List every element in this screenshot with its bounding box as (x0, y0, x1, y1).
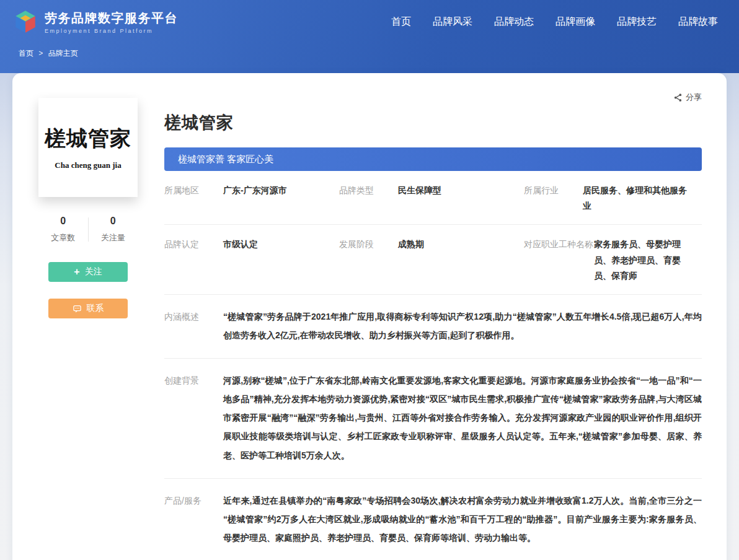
field-brand-type: 品牌类型 民生保障型 (339, 183, 524, 214)
top-header-area: 劳务品牌数字服务平台 Employment Brand Platform 首页 … (0, 0, 739, 73)
field-stage-value: 成熟期 (398, 237, 424, 252)
section-overview-label: 内涵概述 (164, 307, 223, 344)
section-overview: 内涵概述 “槎城管家”劳务品牌于2021年推广应用,取得商标专利等知识产权12项… (164, 295, 702, 359)
stat-articles-value: 0 (38, 216, 88, 227)
section-background-label: 创建背景 (164, 371, 223, 464)
field-certification-label: 品牌认定 (164, 237, 223, 252)
follow-button[interactable]: + 关注 (48, 262, 128, 282)
breadcrumb: 首页 > 品牌主页 (0, 43, 739, 59)
nav-home[interactable]: 首页 (391, 15, 411, 28)
field-certification: 品牌认定 市级认定 (164, 237, 339, 284)
chat-icon (73, 304, 82, 313)
field-occupations-label: 对应职业工种名称 (524, 237, 594, 252)
stat-followers-value: 0 (89, 216, 138, 227)
field-brand-type-value: 民生保障型 (398, 183, 441, 198)
share-button[interactable]: 分享 (673, 92, 702, 103)
platform-logo-icon (12, 9, 38, 35)
brand-logo-image: 槎城管家 Cha cheng guan jia (38, 98, 138, 197)
platform-brand-text: 劳务品牌数字服务平台 Employment Brand Platform (45, 10, 178, 34)
brand-profile-card: 槎城管家 Cha cheng guan jia 0 文章数 0 关注量 + 关注 (12, 73, 727, 560)
field-region-value: 广东-广东河源市 (223, 183, 287, 198)
field-stage-label: 发展阶段 (339, 237, 398, 252)
field-region-label: 所属地区 (164, 183, 223, 198)
section-background-text: 河源,别称“槎城”,位于广东省东北部,岭南文化重要发源地,客家文化重要起源地。河… (223, 371, 702, 464)
section-products-label: 产品/服务 (164, 491, 223, 547)
page-title: 槎城管家 (164, 112, 702, 134)
app-header: 劳务品牌数字服务平台 Employment Brand Platform 首页 … (0, 0, 739, 43)
field-region: 所属地区 广东-广东河源市 (164, 183, 339, 214)
brand-logo-text-cn: 槎城管家 (45, 125, 131, 153)
field-industry-value: 居民服务、修理和其他服务业 (583, 183, 694, 214)
share-label: 分享 (686, 92, 702, 103)
contact-button[interactable]: 联系 (48, 299, 128, 318)
section-overview-text: “槎城管家”劳务品牌于2021年推广应用,取得商标专利等知识产权12项,助力“槎… (223, 307, 702, 344)
nav-brand-skills[interactable]: 品牌技艺 (617, 15, 657, 28)
brand-slogan-banner: 槎城管家善 客家匠心美 (164, 147, 702, 171)
field-certification-value: 市级认定 (223, 237, 258, 252)
nav-brand-style[interactable]: 品牌风采 (433, 15, 472, 28)
platform-brand[interactable]: 劳务品牌数字服务平台 Employment Brand Platform (12, 9, 178, 35)
stat-followers-label: 关注量 (89, 232, 138, 243)
section-background: 创建背景 河源,别称“槎城”,位于广东省东北部,岭南文化重要发源地,客家文化重要… (164, 359, 702, 478)
share-icon (673, 93, 683, 102)
stat-articles-label: 文章数 (38, 232, 88, 243)
stat-followers: 0 关注量 (89, 216, 138, 243)
brand-logo-text-en: Cha cheng guan jia (55, 160, 121, 170)
stat-articles: 0 文章数 (38, 216, 88, 243)
follow-button-label: 关注 (85, 266, 102, 278)
field-occupations-value: 家务服务员、母婴护理员、养老护理员、育婴员、保育师 (594, 237, 694, 284)
platform-subtitle: Employment Brand Platform (45, 28, 178, 34)
main-nav: 首页 品牌风采 品牌动态 品牌画像 品牌技艺 品牌故事 (391, 15, 718, 28)
breadcrumb-current: 品牌主页 (48, 49, 78, 58)
section-products-text: 近年来,通过在县镇举办的“南粤家政”专场招聘会30场次,解决农村富余劳动力就业并… (223, 491, 702, 547)
nav-brand-news[interactable]: 品牌动态 (494, 15, 534, 28)
nav-brand-story[interactable]: 品牌故事 (678, 15, 718, 28)
field-industry-label: 所属行业 (524, 183, 583, 198)
info-row-1: 所属地区 广东-广东河源市 品牌类型 民生保障型 所属行业 居民服务、修理和其他… (164, 171, 702, 225)
profile-sidebar: 槎城管家 Cha cheng guan jia 0 文章数 0 关注量 + 关注 (38, 94, 164, 560)
platform-title: 劳务品牌数字服务平台 (45, 10, 178, 27)
field-occupations: 对应职业工种名称 家务服务员、母婴护理员、养老护理员、育婴员、保育师 (524, 237, 702, 284)
brand-detail-panel: 分享 槎城管家 槎城管家善 客家匠心美 所属地区 广东-广东河源市 品牌类型 民… (164, 94, 702, 560)
nav-brand-portrait[interactable]: 品牌画像 (555, 15, 595, 28)
field-stage: 发展阶段 成熟期 (339, 237, 524, 284)
plus-icon: + (74, 267, 79, 277)
profile-stats: 0 文章数 0 关注量 (38, 216, 138, 243)
field-industry: 所属行业 居民服务、修理和其他服务业 (524, 183, 702, 214)
breadcrumb-separator: > (38, 49, 43, 58)
field-brand-type-label: 品牌类型 (339, 183, 398, 198)
info-row-2: 品牌认定 市级认定 发展阶段 成熟期 对应职业工种名称 家务服务员、母婴护理员、… (164, 225, 702, 295)
section-products: 产品/服务 近年来,通过在县镇举办的“南粤家政”专场招聘会30场次,解决农村富余… (164, 479, 702, 560)
breadcrumb-home[interactable]: 首页 (19, 49, 33, 58)
contact-button-label: 联系 (87, 303, 104, 314)
